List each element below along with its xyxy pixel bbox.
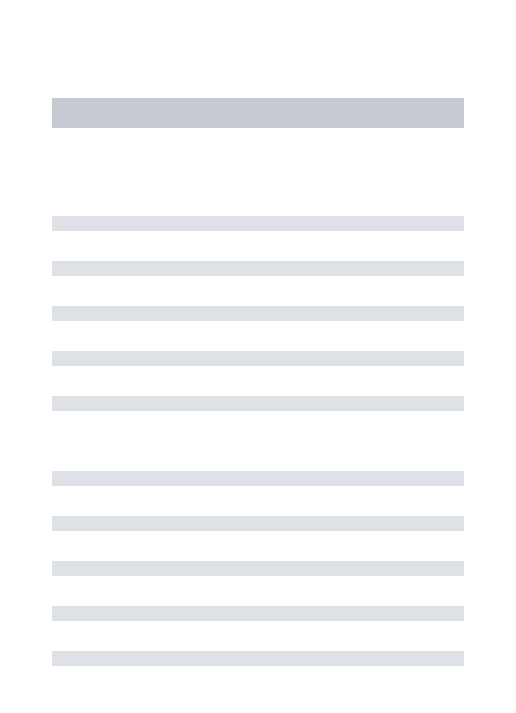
skeleton-line [52,606,464,621]
skeleton-line [52,351,464,366]
skeleton-line [52,306,464,321]
skeleton-line [52,216,464,231]
section-divider [52,441,464,471]
skeleton-header [52,98,464,128]
skeleton-line [52,471,464,486]
skeleton-line [52,396,464,411]
skeleton-line [52,261,464,276]
skeleton-line [52,651,464,666]
skeleton-content [52,98,464,696]
skeleton-line [52,516,464,531]
skeleton-line [52,561,464,576]
